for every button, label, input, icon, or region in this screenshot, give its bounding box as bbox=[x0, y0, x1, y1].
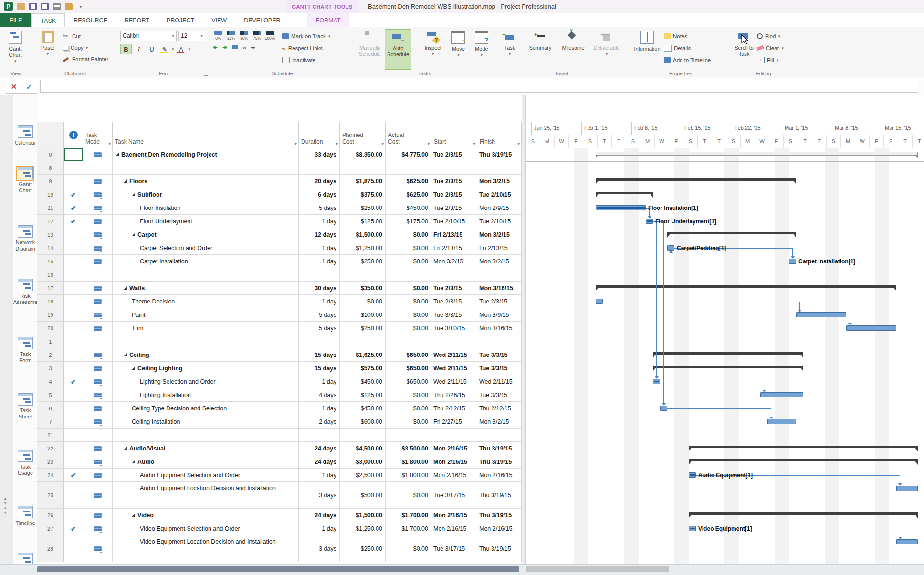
actual-cost-cell[interactable]: $0.00 bbox=[386, 282, 431, 295]
duration-cell[interactable]: 24 days bbox=[299, 442, 340, 455]
start-cell[interactable]: Tue 2/3/15 bbox=[431, 295, 477, 308]
task-mode-cell[interactable] bbox=[83, 388, 113, 402]
day-letter[interactable]: F bbox=[769, 135, 784, 148]
task-name-cell[interactable]: Lighting Installation bbox=[113, 388, 299, 402]
info-cell[interactable] bbox=[64, 255, 83, 268]
insert-summary-button[interactable]: Summary bbox=[525, 29, 556, 70]
duration-cell[interactable]: 2 days bbox=[299, 415, 340, 429]
duration-cell[interactable]: 1 day bbox=[299, 255, 340, 268]
day-letter[interactable]: S bbox=[526, 135, 540, 148]
info-cell[interactable] bbox=[64, 148, 83, 161]
planned-cost-cell[interactable]: $450.00 bbox=[340, 375, 386, 388]
finish-cell[interactable]: Mon 3/2/15 bbox=[477, 415, 522, 429]
task-name-cell[interactable]: Subfloor bbox=[113, 188, 299, 201]
percent-complete-0%[interactable]: 0% bbox=[212, 31, 225, 41]
table-row-25[interactable]: 25Audio Equipment Location Decision and … bbox=[37, 482, 522, 509]
actual-cost-cell[interactable]: $625.00 bbox=[386, 175, 431, 188]
finish-cell[interactable]: Thu 2/12/15 bbox=[477, 402, 522, 415]
duration-cell[interactable]: 3 days bbox=[299, 535, 340, 562]
finish-cell[interactable]: Tue 3/3/15 bbox=[477, 362, 522, 375]
table-row-18[interactable]: 18Theme Decision1 day$0.00$0.00Tue 2/3/1… bbox=[37, 295, 522, 308]
duration-cell[interactable]: 1 day bbox=[299, 295, 340, 308]
table-row-0[interactable]: 0Baement Den Remodeling Project33 days$8… bbox=[37, 148, 522, 161]
planned-cost-cell[interactable]: $1,250.00 bbox=[340, 522, 386, 535]
task-mode-cell[interactable] bbox=[83, 335, 113, 348]
gantt-task-bar-11[interactable] bbox=[596, 205, 646, 210]
actual-cost-cell[interactable] bbox=[386, 429, 431, 442]
info-cell[interactable]: ✔ bbox=[64, 188, 83, 201]
gantt-summary-bar-9[interactable] bbox=[596, 178, 796, 181]
planned-cost-cell[interactable] bbox=[340, 335, 386, 348]
table-hscroll-thumb[interactable] bbox=[37, 566, 519, 572]
task-mode-cell[interactable] bbox=[83, 535, 113, 562]
planned-cost-cell[interactable]: $1,500.00 bbox=[340, 509, 386, 522]
task-name-cell[interactable]: Ceiling Installation bbox=[113, 415, 299, 429]
bold-button[interactable]: B bbox=[120, 44, 132, 54]
italic-button[interactable]: I bbox=[133, 44, 145, 54]
table-row-4[interactable]: 4✔Lighting Selection and Order1 day$450.… bbox=[37, 375, 522, 388]
percent-complete-75%[interactable]: 75% bbox=[251, 31, 263, 41]
format-painter-button[interactable]: Format Painter bbox=[63, 54, 108, 64]
day-letter[interactable]: S bbox=[827, 135, 841, 148]
finish-cell[interactable]: Thu 3/19/15 bbox=[477, 509, 522, 522]
duration-cell[interactable]: 33 days bbox=[299, 148, 340, 161]
row-number[interactable]: 12 bbox=[37, 215, 64, 228]
info-cell[interactable] bbox=[64, 241, 83, 255]
cancel-entry-icon[interactable]: ✕ bbox=[11, 83, 17, 91]
task-name-cell[interactable]: Audio bbox=[113, 455, 299, 469]
row-number[interactable]: 7 bbox=[37, 415, 64, 429]
planned-cost-cell[interactable]: $1,625.00 bbox=[340, 348, 386, 362]
day-letter[interactable]: T bbox=[913, 135, 924, 148]
task-name-cell[interactable] bbox=[113, 335, 299, 348]
actual-cost-cell[interactable]: $450.00 bbox=[386, 201, 431, 215]
gantt-task-bar-24[interactable] bbox=[689, 472, 696, 478]
info-cell[interactable] bbox=[64, 175, 83, 188]
day-letter[interactable]: S bbox=[626, 135, 640, 148]
gantt-project-bar[interactable] bbox=[596, 152, 918, 156]
table-row-26[interactable]: 26Video24 days$1,500.00$1,700.00Mon 2/16… bbox=[37, 509, 522, 522]
task-mode-cell[interactable] bbox=[83, 308, 113, 322]
task-name-cell[interactable]: Floors bbox=[113, 175, 299, 188]
start-cell[interactable]: Fri 2/27/15 bbox=[431, 415, 477, 429]
actual-cost-cell[interactable]: $0.00 bbox=[386, 255, 431, 268]
duration-cell[interactable]: 5 days bbox=[299, 308, 340, 322]
task-name-cell[interactable]: Trim bbox=[113, 322, 299, 335]
row-number[interactable]: 20 bbox=[37, 322, 64, 335]
week-label[interactable]: Jan 25, '15 bbox=[531, 122, 581, 135]
day-letter[interactable]: T bbox=[698, 135, 712, 148]
info-cell[interactable]: ✔ bbox=[64, 469, 83, 482]
task-mode-cell[interactable] bbox=[83, 455, 113, 469]
finish-cell[interactable]: Tue 3/3/15 bbox=[477, 348, 522, 362]
duration-cell[interactable]: 1 day bbox=[299, 215, 340, 228]
task-name-cell[interactable]: Video Equipment Location Decision and In… bbox=[113, 535, 299, 562]
task-mode-cell[interactable] bbox=[83, 268, 113, 282]
planned-cost-cell[interactable]: $500.00 bbox=[340, 482, 386, 509]
day-letter[interactable]: T bbox=[898, 135, 913, 148]
task-mode-cell[interactable] bbox=[83, 188, 113, 201]
splitter-arrows-icon[interactable]: ▲▼▲▼ bbox=[3, 496, 7, 515]
duration-cell[interactable]: 6 days bbox=[299, 188, 340, 201]
task-name-cell[interactable]: Baement Den Remodeling Project bbox=[113, 148, 299, 161]
task-name-cell[interactable]: Floor Insulation bbox=[113, 201, 299, 215]
background-color-button[interactable]: ✎ bbox=[159, 44, 170, 54]
row-number[interactable]: 5 bbox=[37, 388, 64, 402]
table-row-22[interactable]: 22Audio/Visual24 days$4,500.00$3,500.00M… bbox=[37, 442, 522, 455]
task-mode-cell[interactable] bbox=[83, 295, 113, 308]
task-mode-cell[interactable] bbox=[83, 522, 113, 535]
duration-cell[interactable]: 12 days bbox=[299, 228, 340, 241]
planned-cost-cell[interactable]: $250.00 bbox=[340, 201, 386, 215]
day-letter[interactable]: M bbox=[640, 135, 655, 148]
add-to-timeline-button[interactable]: Add to Timeline bbox=[664, 55, 711, 65]
start-cell[interactable] bbox=[431, 429, 477, 442]
gantt-summary-bar-10[interactable] bbox=[596, 192, 653, 194]
task-name-cell[interactable] bbox=[113, 161, 299, 175]
table-row-27[interactable]: 27✔Video Equipment Selection and Order1 … bbox=[37, 522, 522, 535]
outdent-task-icon[interactable]: ↞ bbox=[213, 44, 218, 51]
row-number[interactable]: 18 bbox=[37, 295, 64, 308]
task-mode-cell[interactable] bbox=[83, 442, 113, 455]
gantt-task-bar-5[interactable] bbox=[760, 392, 803, 397]
task-name-cell[interactable]: Lighting Selection and Order bbox=[113, 375, 299, 388]
start-cell[interactable]: Tue 2/3/15 bbox=[431, 188, 477, 201]
row-number[interactable]: 11 bbox=[37, 201, 64, 215]
gantt-task-bar-20[interactable] bbox=[846, 325, 896, 331]
